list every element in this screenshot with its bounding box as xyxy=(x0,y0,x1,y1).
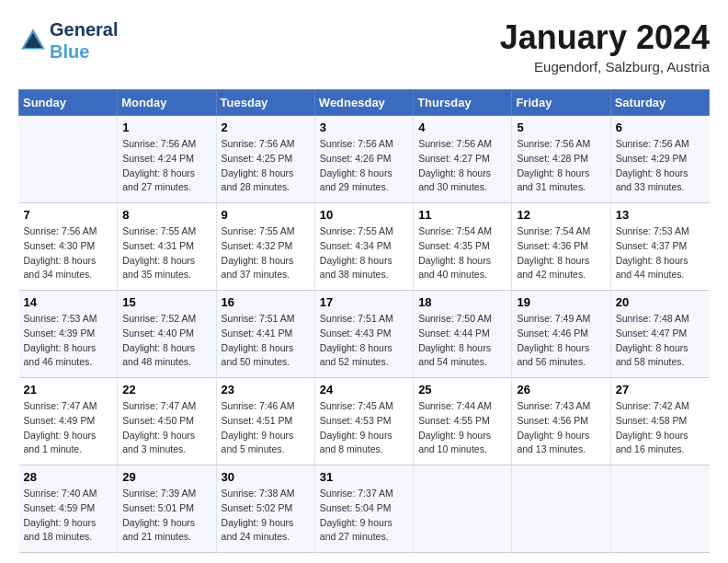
calendar-cell: 31Sunrise: 7:37 AMSunset: 5:04 PMDayligh… xyxy=(314,465,413,553)
day-number: 9 xyxy=(222,208,310,222)
day-info: Sunrise: 7:47 AMSunset: 4:50 PMDaylight:… xyxy=(122,399,210,457)
calendar-cell: 29Sunrise: 7:39 AMSunset: 5:01 PMDayligh… xyxy=(118,465,216,553)
day-info: Sunrise: 7:42 AMSunset: 4:58 PMDaylight:… xyxy=(616,399,705,457)
day-info: Sunrise: 7:45 AMSunset: 4:53 PMDaylight:… xyxy=(320,399,408,457)
calendar-cell: 22Sunrise: 7:47 AMSunset: 4:50 PMDayligh… xyxy=(118,378,216,465)
day-info: Sunrise: 7:52 AMSunset: 4:40 PMDaylight:… xyxy=(122,312,210,370)
weekday-header-thursday: Thursday xyxy=(414,90,512,116)
day-number: 24 xyxy=(320,383,408,396)
day-number: 16 xyxy=(222,295,310,309)
day-info: Sunrise: 7:46 AMSunset: 4:51 PMDaylight:… xyxy=(222,399,310,457)
day-info: Sunrise: 7:50 AMSunset: 4:44 PMDaylight:… xyxy=(418,312,506,370)
calendar-cell: 11Sunrise: 7:54 AMSunset: 4:35 PMDayligh… xyxy=(414,203,512,291)
day-number: 22 xyxy=(122,383,210,396)
calendar-cell: 17Sunrise: 7:51 AMSunset: 4:43 PMDayligh… xyxy=(314,291,413,378)
calendar-cell xyxy=(19,116,118,203)
calendar-cell: 5Sunrise: 7:56 AMSunset: 4:28 PMDaylight… xyxy=(512,116,610,203)
calendar-cell: 14Sunrise: 7:53 AMSunset: 4:39 PMDayligh… xyxy=(19,291,118,378)
calendar-cell: 20Sunrise: 7:48 AMSunset: 4:47 PMDayligh… xyxy=(610,291,709,378)
calendar-cell: 27Sunrise: 7:42 AMSunset: 4:58 PMDayligh… xyxy=(610,378,709,465)
calendar-cell: 25Sunrise: 7:44 AMSunset: 4:55 PMDayligh… xyxy=(414,378,512,465)
day-info: Sunrise: 7:56 AMSunset: 4:25 PMDaylight:… xyxy=(222,137,310,195)
day-number: 15 xyxy=(122,295,210,309)
day-number: 21 xyxy=(24,383,113,396)
calendar-cell xyxy=(512,465,610,553)
day-info: Sunrise: 7:53 AMSunset: 4:39 PMDaylight:… xyxy=(24,312,113,370)
weekday-header-friday: Friday xyxy=(512,90,610,116)
calendar-cell: 16Sunrise: 7:51 AMSunset: 4:41 PMDayligh… xyxy=(216,291,314,378)
calendar-body: 1Sunrise: 7:56 AMSunset: 4:24 PMDaylight… xyxy=(19,116,710,553)
calendar-cell: 23Sunrise: 7:46 AMSunset: 4:51 PMDayligh… xyxy=(216,378,314,465)
day-info: Sunrise: 7:56 AMSunset: 4:30 PMDaylight:… xyxy=(24,224,113,282)
location-subtitle: Eugendorf, Salzburg, Austria xyxy=(500,59,710,75)
day-info: Sunrise: 7:38 AMSunset: 5:02 PMDaylight:… xyxy=(222,487,310,545)
calendar-cell: 13Sunrise: 7:53 AMSunset: 4:37 PMDayligh… xyxy=(610,203,709,291)
day-number: 7 xyxy=(24,208,113,222)
day-number: 8 xyxy=(122,208,210,222)
calendar-cell: 12Sunrise: 7:54 AMSunset: 4:36 PMDayligh… xyxy=(512,203,610,291)
day-info: Sunrise: 7:54 AMSunset: 4:36 PMDaylight:… xyxy=(517,224,605,282)
calendar-week-row: 7Sunrise: 7:56 AMSunset: 4:30 PMDaylight… xyxy=(19,203,710,291)
day-info: Sunrise: 7:49 AMSunset: 4:46 PMDaylight:… xyxy=(517,312,605,370)
calendar-cell: 2Sunrise: 7:56 AMSunset: 4:25 PMDaylight… xyxy=(216,116,314,203)
calendar-cell: 10Sunrise: 7:55 AMSunset: 4:34 PMDayligh… xyxy=(314,203,413,291)
logo-text-line1: General xyxy=(50,18,118,40)
day-info: Sunrise: 7:56 AMSunset: 4:24 PMDaylight:… xyxy=(122,137,210,195)
calendar-cell: 9Sunrise: 7:55 AMSunset: 4:32 PMDaylight… xyxy=(216,203,314,291)
day-number: 30 xyxy=(222,470,310,484)
day-info: Sunrise: 7:44 AMSunset: 4:55 PMDaylight:… xyxy=(418,399,506,457)
day-number: 3 xyxy=(320,121,408,134)
weekday-header-sunday: Sunday xyxy=(19,90,118,116)
calendar-week-row: 21Sunrise: 7:47 AMSunset: 4:49 PMDayligh… xyxy=(19,378,710,465)
day-info: Sunrise: 7:47 AMSunset: 4:49 PMDaylight:… xyxy=(24,399,113,457)
day-number: 31 xyxy=(320,470,408,484)
calendar-cell: 4Sunrise: 7:56 AMSunset: 4:27 PMDaylight… xyxy=(414,116,512,203)
day-info: Sunrise: 7:51 AMSunset: 4:41 PMDaylight:… xyxy=(222,312,310,370)
calendar-week-row: 28Sunrise: 7:40 AMSunset: 4:59 PMDayligh… xyxy=(19,465,710,553)
day-number: 4 xyxy=(418,121,506,134)
day-number: 11 xyxy=(418,208,506,222)
day-info: Sunrise: 7:56 AMSunset: 4:29 PMDaylight:… xyxy=(616,137,705,195)
day-info: Sunrise: 7:39 AMSunset: 5:01 PMDaylight:… xyxy=(122,487,210,545)
weekday-header-wednesday: Wednesday xyxy=(314,90,413,116)
calendar-cell: 19Sunrise: 7:49 AMSunset: 4:46 PMDayligh… xyxy=(512,291,610,378)
day-info: Sunrise: 7:53 AMSunset: 4:37 PMDaylight:… xyxy=(616,224,705,282)
logo-text-line2: Blue xyxy=(50,40,118,63)
calendar-cell: 8Sunrise: 7:55 AMSunset: 4:31 PMDaylight… xyxy=(118,203,216,291)
day-number: 6 xyxy=(616,121,705,134)
calendar-cell: 28Sunrise: 7:40 AMSunset: 4:59 PMDayligh… xyxy=(19,465,118,553)
day-info: Sunrise: 7:56 AMSunset: 4:28 PMDaylight:… xyxy=(517,137,605,195)
day-number: 25 xyxy=(418,383,506,396)
day-number: 26 xyxy=(517,383,605,396)
day-info: Sunrise: 7:55 AMSunset: 4:31 PMDaylight:… xyxy=(122,224,210,282)
calendar-cell: 3Sunrise: 7:56 AMSunset: 4:26 PMDaylight… xyxy=(314,116,413,203)
day-number: 28 xyxy=(24,470,113,484)
weekday-header-saturday: Saturday xyxy=(610,90,709,116)
calendar-cell: 24Sunrise: 7:45 AMSunset: 4:53 PMDayligh… xyxy=(314,378,413,465)
weekday-header-row: SundayMondayTuesdayWednesdayThursdayFrid… xyxy=(19,90,710,116)
calendar-week-row: 14Sunrise: 7:53 AMSunset: 4:39 PMDayligh… xyxy=(19,291,710,378)
logo: General Blue xyxy=(18,18,118,63)
calendar-cell: 21Sunrise: 7:47 AMSunset: 4:49 PMDayligh… xyxy=(19,378,118,465)
day-number: 13 xyxy=(616,208,705,222)
calendar-cell: 26Sunrise: 7:43 AMSunset: 4:56 PMDayligh… xyxy=(512,378,610,465)
day-number: 18 xyxy=(418,295,506,309)
day-number: 2 xyxy=(222,121,310,134)
day-number: 20 xyxy=(616,295,705,309)
page-header: General Blue January 2024 Eugendorf, Sal… xyxy=(18,18,710,75)
day-number: 23 xyxy=(222,383,310,396)
calendar-cell: 7Sunrise: 7:56 AMSunset: 4:30 PMDaylight… xyxy=(19,203,118,291)
day-number: 17 xyxy=(320,295,408,309)
day-info: Sunrise: 7:48 AMSunset: 4:47 PMDaylight:… xyxy=(616,312,705,370)
day-number: 10 xyxy=(320,208,408,222)
day-info: Sunrise: 7:54 AMSunset: 4:35 PMDaylight:… xyxy=(418,224,506,282)
day-info: Sunrise: 7:40 AMSunset: 4:59 PMDaylight:… xyxy=(24,487,113,545)
day-info: Sunrise: 7:43 AMSunset: 4:56 PMDaylight:… xyxy=(517,399,605,457)
calendar-header: SundayMondayTuesdayWednesdayThursdayFrid… xyxy=(19,90,710,116)
weekday-header-tuesday: Tuesday xyxy=(216,90,314,116)
title-block: January 2024 Eugendorf, Salzburg, Austri… xyxy=(500,18,710,75)
day-number: 14 xyxy=(24,295,113,309)
calendar-cell: 6Sunrise: 7:56 AMSunset: 4:29 PMDaylight… xyxy=(610,116,709,203)
calendar-cell: 15Sunrise: 7:52 AMSunset: 4:40 PMDayligh… xyxy=(118,291,216,378)
day-number: 5 xyxy=(517,121,605,134)
